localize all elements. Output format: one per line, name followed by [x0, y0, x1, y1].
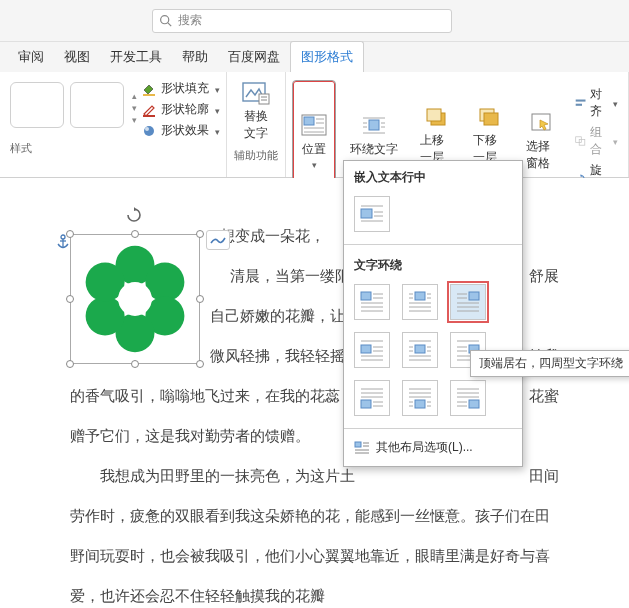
shape-effect-button[interactable]: 形状效果 — [141, 122, 220, 139]
resize-handle[interactable] — [131, 360, 139, 368]
sendback-icon — [475, 104, 503, 130]
svg-rect-3 — [143, 115, 155, 117]
group-button[interactable]: 组合 — [575, 124, 618, 158]
dd-inline-title: 嵌入文本行中 — [344, 161, 522, 192]
shape-outline-button[interactable]: 形状轮廓 — [141, 101, 220, 118]
ribbon: ▴ ▾ ▾ 形状填充 形状轮廓 形状效果 样式 — [0, 72, 629, 178]
group-shapestyles: ▴ ▾ ▾ 形状填充 形状轮廓 形状效果 样式 — [0, 72, 227, 177]
tab-shapeformat[interactable]: 图形格式 — [290, 41, 364, 72]
position-dropdown: 嵌入文本行中 文字环绕 其他布局选项(L)... — [343, 160, 523, 467]
more-icon[interactable]: ▾ — [132, 115, 137, 125]
flower-shape[interactable] — [70, 234, 200, 364]
align-icon — [575, 96, 586, 110]
svg-point-0 — [161, 16, 169, 24]
document-area[interactable]: 想变成一朵花， 清晨，当第一缕阳舒展 自己娇嫩的花瓣，让晨 微风轻拂，我轻轻摇曳… — [0, 178, 629, 608]
ribbon-tabs: 审阅 视图 开发工具 帮助 百度网盘 图形格式 — [0, 42, 629, 72]
svg-rect-16 — [369, 120, 379, 130]
search-icon — [159, 14, 172, 27]
group-accessibility: 替换 文字 辅助功能 — [227, 72, 286, 177]
tab-devtools[interactable]: 开发工具 — [100, 42, 172, 72]
tab-baidudisk[interactable]: 百度网盘 — [218, 42, 290, 72]
svg-rect-29 — [576, 104, 582, 106]
position-mid-center[interactable] — [402, 332, 438, 368]
bringforward-icon — [422, 104, 450, 130]
effect-icon — [141, 123, 157, 139]
svg-point-4 — [144, 126, 154, 136]
position-top-left[interactable] — [354, 284, 390, 320]
selection-icon — [528, 110, 556, 136]
svg-rect-11 — [304, 117, 314, 125]
svg-rect-106 — [469, 400, 479, 408]
position-bot-right[interactable] — [450, 380, 486, 416]
shape-fill-button[interactable]: 形状填充 — [141, 80, 220, 97]
svg-rect-45 — [361, 209, 372, 218]
position-top-center[interactable] — [402, 284, 438, 320]
group-label-accessibility: 辅助功能 — [234, 146, 278, 165]
tab-review[interactable]: 审阅 — [8, 42, 54, 72]
svg-point-39 — [118, 282, 152, 316]
tab-view[interactable]: 视图 — [54, 42, 100, 72]
alttext-icon — [241, 80, 271, 106]
shape-style-swatch[interactable] — [70, 82, 124, 128]
titlebar: 搜索 — [0, 0, 629, 42]
svg-rect-63 — [469, 292, 479, 300]
position-inline[interactable] — [354, 196, 390, 232]
resize-handle[interactable] — [66, 295, 74, 303]
align-button[interactable]: 对齐 — [575, 86, 618, 120]
svg-rect-7 — [259, 94, 269, 104]
tooltip: 顶端居右，四周型文字环绕 — [470, 350, 629, 377]
svg-rect-55 — [415, 292, 425, 300]
svg-rect-49 — [361, 292, 371, 300]
dd-wrap-title: 文字环绕 — [344, 249, 522, 280]
search-input[interactable]: 搜索 — [152, 9, 452, 33]
chevron-down-icon: ▾ — [312, 160, 317, 170]
position-bot-left[interactable] — [354, 380, 390, 416]
resize-handle[interactable] — [196, 295, 204, 303]
chevron-down-icon[interactable]: ▾ — [132, 103, 137, 113]
resize-handle[interactable] — [196, 230, 204, 238]
resize-handle[interactable] — [66, 360, 74, 368]
position-top-right[interactable] — [450, 284, 486, 320]
svg-rect-26 — [484, 113, 498, 125]
svg-rect-76 — [415, 345, 425, 353]
resize-handle[interactable] — [196, 360, 204, 368]
group-icon — [575, 134, 586, 148]
position-mid-left[interactable] — [354, 332, 390, 368]
position-bot-center[interactable] — [402, 380, 438, 416]
more-layout-options[interactable]: 其他布局选项(L)... — [344, 433, 522, 462]
svg-rect-2 — [143, 94, 155, 96]
svg-rect-92 — [361, 400, 371, 408]
alttext-button[interactable]: 替换 文字 — [233, 76, 279, 146]
chevron-up-icon[interactable]: ▴ — [132, 91, 137, 101]
svg-rect-70 — [361, 345, 371, 353]
position-icon — [300, 113, 328, 139]
svg-point-41 — [61, 235, 65, 239]
tab-help[interactable]: 帮助 — [172, 42, 218, 72]
layout-options-icon[interactable] — [206, 230, 230, 250]
shape-style-swatch[interactable] — [10, 82, 64, 128]
bucket-icon — [141, 81, 157, 97]
svg-rect-24 — [427, 109, 441, 121]
search-placeholder: 搜索 — [178, 12, 202, 29]
rotate-handle-icon[interactable] — [125, 206, 143, 227]
more-layout-icon — [354, 441, 370, 455]
svg-point-5 — [145, 127, 149, 131]
svg-rect-28 — [576, 99, 586, 101]
selected-shape[interactable] — [70, 234, 200, 364]
svg-line-1 — [168, 23, 171, 26]
wrap-icon — [360, 113, 388, 139]
resize-handle[interactable] — [66, 230, 74, 238]
alttext-label: 替换 文字 — [244, 108, 268, 142]
resize-handle[interactable] — [131, 230, 139, 238]
svg-rect-109 — [355, 442, 361, 447]
pen-outline-icon — [141, 102, 157, 118]
group-label-styles: 样式 — [6, 139, 32, 158]
svg-rect-98 — [415, 400, 425, 408]
